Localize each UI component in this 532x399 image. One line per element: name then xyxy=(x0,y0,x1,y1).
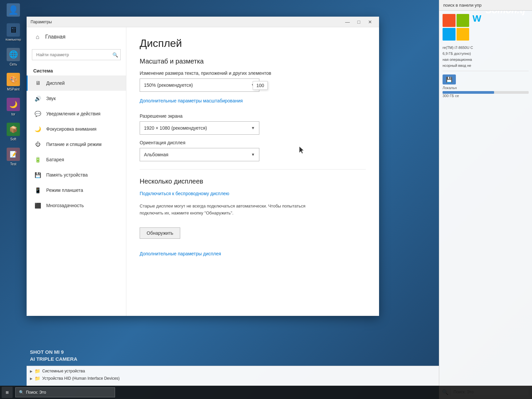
disk-size: 300 ГБ се xyxy=(443,94,529,98)
desktop-icon-network[interactable]: 🌐 Сеть xyxy=(3,48,23,66)
tree-arrow-2: ▶ xyxy=(30,377,33,380)
tree-item-2[interactable]: ▶ 📁 Устройства HID (Human Interface Devi… xyxy=(30,375,436,382)
sidebar-item-power[interactable]: ⏻ Питание и спящий режим xyxy=(27,137,126,152)
title-bar: Параметры — □ ✕ xyxy=(27,17,379,27)
local-disk-section: 💾 Локальн 300 ГБ се xyxy=(443,71,529,98)
tablet-icon: 📱 xyxy=(34,187,42,194)
multi-display-info: Старые дисплеи могут не всегда подключат… xyxy=(140,203,326,217)
tree-folder-icon-1: 📁 xyxy=(35,368,40,374)
tree-arrow-1: ▶ xyxy=(30,369,33,373)
tree-item-2-label: Устройства HID (Human Interface Devices) xyxy=(42,376,120,381)
sidebar-item-battery[interactable]: 🔋 Батарея xyxy=(27,152,126,167)
scale-dropdown[interactable]: 150% (рекомендуется) ▼ xyxy=(140,78,259,92)
sidebar-item-focus[interactable]: 🌙 Фокусировка внимания xyxy=(27,121,126,137)
shot-watermark: SHOT ON MI 9 AI TRIPLE CAMERA xyxy=(30,348,77,362)
scale-dropdown-value: 150% (рекомендуется) xyxy=(144,82,193,88)
window-body: ⌂ Главная 🔍 Система 🖥 Дисплей 🔊 Звук 💬 xyxy=(27,27,379,316)
taskbar-search-icon: 🔍 xyxy=(19,390,24,395)
desktop-icon-user[interactable]: 👤 xyxy=(3,3,23,17)
section-divider xyxy=(140,169,366,170)
sidebar-search-input[interactable] xyxy=(32,49,121,60)
home-icon: ⌂ xyxy=(33,33,42,41)
disk-label: Локальн xyxy=(443,86,529,90)
scale-section: Масштаб и разметка Изменение размера тек… xyxy=(140,58,366,110)
win-info: W xyxy=(472,14,481,23)
sidebar-item-tablet[interactable]: 📱 Режим планшета xyxy=(27,183,126,198)
shot-line1: SHOT ON MI 9 xyxy=(30,348,77,355)
sidebar-home[interactable]: ⌂ Главная xyxy=(27,27,126,47)
connect-wireless-link[interactable]: Подключиться к беспроводному дисплею xyxy=(140,191,229,196)
search-icon[interactable]: 🔍 xyxy=(112,52,118,58)
advanced-scale-link[interactable]: Дополнительные параметры масштабирования xyxy=(140,98,243,103)
orientation-dropdown[interactable]: Альбомная ▼ xyxy=(140,148,259,161)
tree-item-1-label: Системные устройства xyxy=(42,369,85,373)
desktop-icon-pc[interactable]: 🖥 Компьютер xyxy=(3,23,23,41)
resolution-dropdown[interactable]: 1920 × 1080 (рекомендуется) ▼ xyxy=(140,121,259,135)
settings-window: Параметры — □ ✕ ⌂ Главная 🔍 Система 🖥 xyxy=(27,17,379,316)
sidebar-item-storage-label: Память устройства xyxy=(46,172,88,178)
sidebar-item-sound[interactable]: 🔊 Звук xyxy=(27,91,126,106)
minimize-button[interactable]: — xyxy=(342,18,352,26)
ram-info: 6,9 ГБ доступно) xyxy=(443,52,529,56)
sidebar: ⌂ Главная 🔍 Система 🖥 Дисплей 🔊 Звук 💬 xyxy=(27,27,126,316)
multi-display-section: Несколько дисплеев Подключиться к беспро… xyxy=(140,178,366,263)
desktop-icon-soft[interactable]: 📦 Soft xyxy=(3,123,23,141)
scale-label: Изменение размера текста, приложений и д… xyxy=(140,70,366,76)
sidebar-item-display-label: Дисплей xyxy=(46,80,65,86)
sidebar-item-storage[interactable]: 💾 Память устройства xyxy=(27,167,126,183)
right-panel-header: поиск в панели упр xyxy=(439,0,532,11)
title-bar-title: Параметры xyxy=(31,20,52,24)
taskbar: ⊞ 🔍 Поиск: Это xyxy=(0,386,532,399)
os-note: ная операционна xyxy=(443,58,529,62)
disk-icon: 💾 xyxy=(443,74,456,84)
right-panel-content: W re(TM) i7-8650U C 6,9 ГБ доступно) ная… xyxy=(439,11,532,385)
page-title: Дисплей xyxy=(140,37,366,50)
desktop-icon-test[interactable]: 📝 Test xyxy=(3,148,23,166)
orientation-dropdown-arrow: ▼ xyxy=(251,152,255,157)
win-logo-green xyxy=(457,14,469,27)
power-icon: ⏻ xyxy=(34,141,42,148)
detect-button[interactable]: Обнаружить xyxy=(140,227,180,239)
desktop-icon-paint[interactable]: 🎨 MSPaint xyxy=(3,73,23,91)
title-bar-controls: — □ ✕ xyxy=(342,18,375,26)
start-button[interactable]: ⊞ xyxy=(2,387,13,398)
sidebar-item-notifications-label: Уведомления и действия xyxy=(46,111,100,116)
scale-row: Изменение размера текста, приложений и д… xyxy=(140,70,366,96)
advanced-display-link[interactable]: Дополнительные параметры дисплея xyxy=(140,251,221,256)
sidebar-section-label: Система xyxy=(27,66,126,75)
sidebar-item-power-label: Питание и спящий режим xyxy=(46,142,101,147)
storage-icon: 💾 xyxy=(34,171,42,179)
sidebar-item-focus-label: Фокусировка внимания xyxy=(46,126,96,132)
scale-section-title: Масштаб и разметка xyxy=(140,58,366,65)
tree-item-1[interactable]: ▶ 📁 Системные устройства xyxy=(30,367,436,375)
sidebar-search-box[interactable]: 🔍 xyxy=(32,49,121,60)
resolution-dropdown-arrow: ▼ xyxy=(251,126,255,130)
start-icon: ⊞ xyxy=(6,390,9,395)
tree-panel: ▶ 📁 Системные устройства ▶ 📁 Устройства … xyxy=(27,366,439,386)
sidebar-item-sound-label: Звук xyxy=(46,96,56,101)
right-panel-header-text: поиск в панели упр xyxy=(443,3,481,8)
desktop-icon-tor[interactable]: 🌙 tor xyxy=(3,98,23,116)
taskbar-search[interactable]: 🔍 Поиск: Это xyxy=(15,387,115,397)
windows-logo xyxy=(443,14,469,41)
maximize-button[interactable]: □ xyxy=(354,18,364,26)
win-logo-yellow xyxy=(457,28,469,41)
orientation-dropdown-value: Альбомная xyxy=(144,152,168,157)
resolution-label: Разрешение экрана xyxy=(140,113,366,119)
sidebar-item-display[interactable]: 🖥 Дисплей xyxy=(27,75,126,91)
win-logo-red xyxy=(443,14,456,27)
resolution-section: Разрешение экрана 1920 × 1080 (рекоменду… xyxy=(140,113,366,135)
touch-note: нсорный ввод не xyxy=(443,64,529,67)
close-button[interactable]: ✕ xyxy=(365,18,375,26)
win-logo-blue xyxy=(443,28,456,41)
sidebar-item-notifications[interactable]: 💬 Уведомления и действия xyxy=(27,106,126,121)
resolution-dropdown-value: 1920 × 1080 (рекомендуется) xyxy=(144,125,207,131)
cpu-info: re(TM) i7-8650U C xyxy=(443,46,529,50)
win-logo-area: W xyxy=(443,14,529,41)
disk-bar xyxy=(443,91,494,94)
multitask-icon: ⬛ xyxy=(34,202,42,209)
orientation-label: Ориентация дисплея xyxy=(140,140,366,145)
sidebar-item-tablet-label: Режим планшета xyxy=(46,188,83,193)
notifications-icon: 💬 xyxy=(34,110,42,117)
sidebar-item-multitask[interactable]: ⬛ Многозадачность xyxy=(27,198,126,213)
